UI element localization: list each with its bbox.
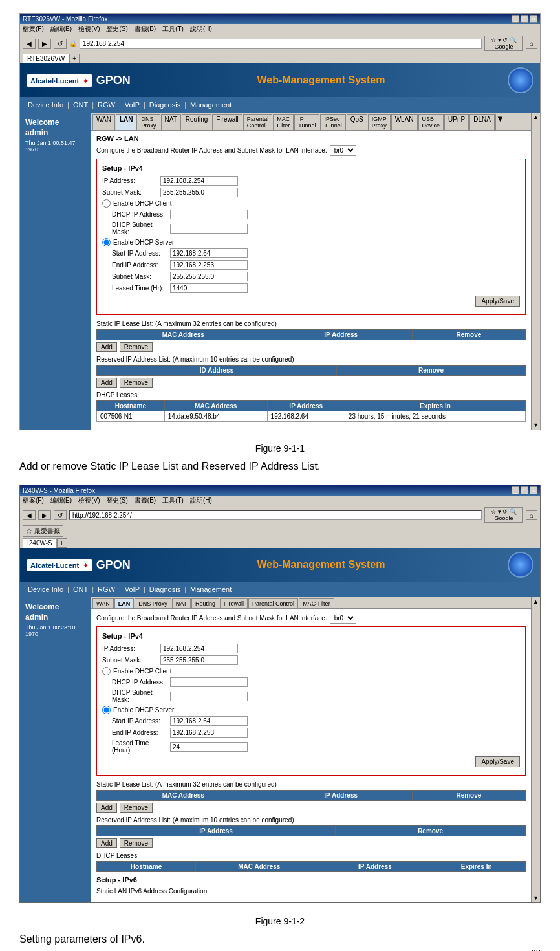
- lease-input-2[interactable]: [170, 742, 248, 752]
- address-bar-2[interactable]: [69, 510, 482, 520]
- tab-wlan-1[interactable]: WLAN: [391, 114, 418, 130]
- address-bar-1[interactable]: [80, 39, 482, 49]
- menu-bookmarks-1[interactable]: 書籤(B): [135, 25, 156, 34]
- tab-upnp-1[interactable]: UPnP: [444, 114, 469, 130]
- static-add-btn-1[interactable]: Add: [96, 342, 117, 352]
- tab-firewall-2[interactable]: Firewall: [220, 598, 248, 608]
- tab-lan-1[interactable]: LAN: [116, 114, 137, 130]
- nav-voip-1[interactable]: VoIP: [122, 100, 142, 110]
- nav-ont-1[interactable]: ONT: [70, 100, 91, 110]
- search-btn-1[interactable]: ☆ ▾ ↺ 🔍 Google: [484, 36, 523, 51]
- tab-qos-1[interactable]: QoS: [347, 114, 367, 130]
- tab-dnsproxy-2[interactable]: DNS Proxy: [135, 598, 171, 608]
- nav-rgw-1[interactable]: RGW: [95, 100, 118, 110]
- start-ip-input-1[interactable]: [170, 248, 248, 258]
- home-btn-2[interactable]: ⌂: [526, 510, 537, 520]
- tab-routing-2[interactable]: Routing: [191, 598, 219, 608]
- new-tab-btn-2[interactable]: +: [57, 538, 67, 548]
- menu-file-2[interactable]: 檔案(F): [23, 496, 44, 505]
- menu-history-2[interactable]: 歷史(S): [106, 496, 127, 505]
- static-remove-btn-1[interactable]: Remove: [120, 342, 153, 352]
- tab-routing-1[interactable]: Routing: [182, 114, 211, 130]
- ip-address-input-2[interactable]: [160, 644, 238, 653]
- close-btn-1[interactable]: ×: [530, 15, 537, 23]
- search-btn-2[interactable]: ☆ ▾ ↺ 🔍 Google: [484, 507, 523, 523]
- tab-wan-2[interactable]: WAN: [92, 598, 114, 608]
- nav-rgw-2[interactable]: RGW: [95, 584, 118, 595]
- lease-input-1[interactable]: [170, 283, 248, 293]
- subnet-mask-input-2[interactable]: [160, 655, 238, 665]
- tab-macfilter-1[interactable]: MACFilter: [273, 114, 294, 130]
- nav-deviceinfo-2[interactable]: Device Info: [25, 584, 66, 595]
- new-tab-btn-1[interactable]: +: [69, 54, 80, 63]
- apply-btn-2[interactable]: Apply/Save: [475, 756, 520, 767]
- subnet-mask-input-1[interactable]: [160, 188, 238, 197]
- maximize-btn-1[interactable]: □: [521, 15, 528, 23]
- close-btn-2[interactable]: ×: [530, 486, 537, 494]
- refresh-btn-2[interactable]: ↺: [54, 510, 67, 520]
- menu-help-1[interactable]: 說明(H): [190, 25, 212, 34]
- tab-iptunnel-1[interactable]: IPTunnel: [294, 114, 319, 130]
- menu-help-2[interactable]: 說明(H): [190, 496, 212, 505]
- forward-btn-1[interactable]: ▶: [38, 39, 51, 49]
- nav-management-1[interactable]: Management: [188, 100, 234, 110]
- menu-file-1[interactable]: 檔案(F): [23, 25, 44, 34]
- tab-nat-2[interactable]: NAT: [172, 598, 191, 608]
- forward-btn-2[interactable]: ▶: [38, 510, 51, 520]
- main-scrollbar-1[interactable]: ▲ ▼: [531, 113, 540, 430]
- menu-edit-2[interactable]: 編輯(E): [50, 496, 72, 505]
- minimize-btn-1[interactable]: _: [512, 15, 519, 23]
- nav-diagnosis-1[interactable]: Diagnosis: [147, 100, 183, 110]
- browser-tab-1[interactable]: RTE3026VW: [23, 54, 69, 63]
- end-ip-input-2[interactable]: [170, 728, 248, 738]
- end-ip-input-1[interactable]: [170, 260, 248, 270]
- tab-wan-1[interactable]: WAN: [92, 114, 115, 130]
- dhcp-subnet-input-1[interactable]: [170, 224, 248, 234]
- menu-tools-2[interactable]: 工具(T): [162, 496, 184, 505]
- tab-firewall-1[interactable]: Firewall: [212, 114, 242, 130]
- tab-dlna-1[interactable]: DLNA: [469, 114, 495, 130]
- reserved-add-btn-1[interactable]: Add: [96, 378, 117, 388]
- menu-tools-1[interactable]: 工具(T): [162, 25, 184, 34]
- nav-management-2[interactable]: Management: [188, 584, 234, 595]
- dhcp-ip-input-1[interactable]: [170, 210, 248, 219]
- interface-select-2[interactable]: br0: [330, 613, 356, 624]
- tab-nat-1[interactable]: NAT: [161, 114, 181, 130]
- reserved-add-btn-2[interactable]: Add: [96, 838, 117, 848]
- nav-voip-2[interactable]: VoIP: [122, 584, 142, 595]
- interface-select-1[interactable]: br0: [330, 145, 356, 156]
- home-btn-1[interactable]: ⌂: [526, 39, 537, 49]
- menu-history-1[interactable]: 歷史(S): [106, 25, 127, 34]
- tab-usb-1[interactable]: USBDevice: [418, 114, 444, 130]
- tab-lan-2[interactable]: LAN: [114, 598, 135, 608]
- back-btn-2[interactable]: ◀: [23, 510, 36, 520]
- tab-scrollbar-1[interactable]: ▼: [495, 114, 504, 130]
- refresh-btn-1[interactable]: ↺: [54, 39, 67, 49]
- tab-igmp-1[interactable]: IGMPProxy: [368, 114, 391, 130]
- reserved-remove-btn-1[interactable]: Remove: [120, 378, 153, 388]
- maximize-btn-2[interactable]: □: [521, 486, 528, 494]
- static-add-btn-2[interactable]: Add: [96, 803, 117, 813]
- dhcp-ip-input-2[interactable]: [170, 677, 248, 687]
- main-scrollbar-2[interactable]: ▲ ▼: [531, 597, 540, 902]
- nav-ont-2[interactable]: ONT: [70, 584, 91, 595]
- menu-edit-1[interactable]: 編輯(E): [50, 25, 72, 34]
- start-ip-input-2[interactable]: [170, 716, 248, 726]
- apply-btn-1[interactable]: Apply/Save: [475, 296, 520, 307]
- back-btn-1[interactable]: ◀: [23, 39, 36, 49]
- ip-address-input-1[interactable]: [160, 176, 238, 186]
- dhcp-server-radio-1[interactable]: [102, 238, 111, 246]
- tab-parental-2[interactable]: Parental Control: [248, 598, 298, 608]
- nav-deviceinfo-1[interactable]: Device Info: [25, 100, 66, 110]
- tab-parental-1[interactable]: ParentalControl: [243, 114, 273, 130]
- dhcp-subnet-input-2[interactable]: [170, 692, 248, 701]
- dhcp-server-radio-2[interactable]: [102, 706, 111, 714]
- dhcp-client-radio-1[interactable]: [102, 199, 111, 208]
- tab-dnsproxy-1[interactable]: DNSProxy: [138, 114, 160, 130]
- tab-ipsec-1[interactable]: IPSecTunnel: [320, 114, 345, 130]
- menu-view-2[interactable]: 檢視(V): [78, 496, 100, 505]
- static-remove-btn-2[interactable]: Remove: [120, 803, 153, 813]
- dhcp-client-radio-2[interactable]: [102, 667, 111, 675]
- minimize-btn-2[interactable]: _: [512, 486, 519, 494]
- server-subnet-input-1[interactable]: [170, 272, 248, 281]
